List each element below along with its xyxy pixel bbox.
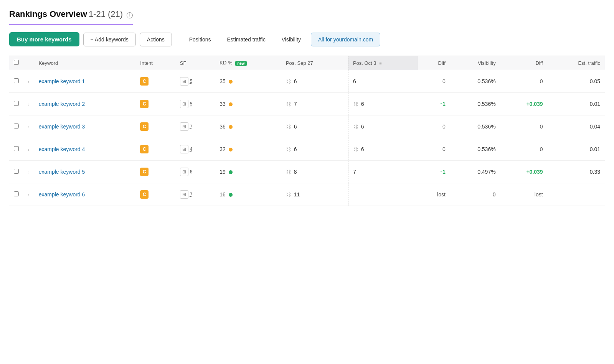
actions-button[interactable]: Actions [140,33,172,46]
intent-badge: C [140,100,149,108]
estimated-traffic-button[interactable]: Estimated traffic [221,33,272,46]
intent-badge: C [140,168,149,176]
col-header-pos-oct3[interactable]: Pos. Oct 3 ≡ [348,56,418,70]
row-expand[interactable]: › [23,161,34,183]
diff1-value: 0 [442,78,446,84]
row-expand[interactable]: › [23,115,34,138]
row-expand[interactable]: › [23,93,34,115]
link-icon: ⛓ [286,147,291,152]
table-row: › example keyword 1 C ⊞ 5 35 ⛓ 6 6 0 0.5… [9,70,605,93]
toolbar: Buy more keywords + Add keywords Actions… [9,32,605,46]
sf-value[interactable]: 7 [190,124,193,129]
row-checkbox-cell[interactable] [9,93,23,115]
kd-dot [229,80,233,84]
row-checkbox[interactable] [14,191,19,196]
intent-cell: C [135,161,175,183]
keyword-link[interactable]: example keyword 1 [39,78,85,84]
kd-dot [229,148,233,152]
visibility-cell: 0.536% [450,93,500,115]
keyword-link[interactable]: example keyword 4 [39,146,85,152]
row-checkbox[interactable] [14,78,19,83]
kd-value: 19 [220,169,226,175]
visibility-cell: 0.536% [450,115,500,138]
select-all-checkbox[interactable] [14,60,19,65]
kd-value: 32 [220,146,226,152]
visibility-button[interactable]: Visibility [276,33,307,46]
sf-value[interactable]: 7 [190,192,193,197]
link-icon: ⛓ [286,101,291,107]
keyword-link[interactable]: example keyword 5 [39,169,85,175]
row-checkbox[interactable] [14,169,19,174]
sf-value[interactable]: 5 [190,101,193,107]
pos-sep27-cell: ⛓ 6 [281,138,348,161]
select-all-header[interactable] [9,56,23,70]
sf-value[interactable]: 6 [190,169,193,175]
pos-oct3-cell: 6 [348,70,418,93]
add-keywords-button[interactable]: + Add keywords [83,33,136,46]
diff2-cell: 0 [500,115,548,138]
row-checkbox-cell[interactable] [9,138,23,161]
col-header-keyword[interactable]: Keyword [34,56,136,70]
sf-icon: ⊞ [180,122,188,131]
visibility-value: 0 [493,191,496,198]
row-checkbox-cell[interactable] [9,161,23,183]
col-header-visibility[interactable]: Visibility [450,56,500,70]
visibility-cell: 0.536% [450,70,500,93]
row-expand[interactable]: › [23,183,34,206]
keyword-cell: example keyword 6 [34,183,136,206]
row-checkbox[interactable] [14,146,19,151]
pos-sep27-cell: ⛓ 6 [281,115,348,138]
expand-icon: › [28,79,30,84]
col-header-diff2[interactable]: Diff [500,56,548,70]
row-expand[interactable]: › [23,138,34,161]
link-icon: ⛓ [353,147,358,152]
keyword-link[interactable]: example keyword 6 [39,191,85,198]
est-traffic-value: 0.33 [590,169,600,175]
sf-cell: ⊞ 6 [175,161,215,183]
link-icon: ⛓ [353,124,358,130]
col-header-est-traffic[interactable]: Est. traffic [548,56,605,70]
diff1-value: ↑1 [440,101,446,107]
table-row: › example keyword 6 C ⊞ 7 16 ⛓ 11 — lost… [9,183,605,206]
info-icon[interactable]: i [127,12,133,18]
intent-cell: C [135,183,175,206]
expand-icon: › [28,193,30,197]
col-header-intent[interactable]: Intent [135,56,175,70]
sort-icon: ≡ [379,61,381,66]
pos-oct3-cell: 7 [348,161,418,183]
buy-keywords-button[interactable]: Buy more keywords [9,32,79,46]
keyword-cell: example keyword 4 [34,138,136,161]
col-header-sf[interactable]: SF [175,56,215,70]
rankings-table: Keyword Intent SF KD % new Pos. Sep 27 [9,56,605,206]
col-header-diff1[interactable]: Diff [418,56,450,70]
col-header-pos-sep27[interactable]: Pos. Sep 27 [281,56,348,70]
row-checkbox-cell[interactable] [9,115,23,138]
row-expand[interactable]: › [23,70,34,93]
diff2-cell: lost [500,183,548,206]
visibility-cell: 0.497% [450,161,500,183]
row-checkbox-cell[interactable] [9,70,23,93]
kd-dot [229,125,233,129]
diff2-value: +0.039 [526,101,543,107]
est-traffic-value: 0.04 [590,124,600,130]
row-checkbox[interactable] [14,101,19,106]
table-row: › example keyword 3 C ⊞ 7 36 ⛓ 6 ⛓ 6 0 0… [9,115,605,138]
domain-filter-button[interactable]: All for yourdomain.com [311,33,380,46]
kd-value: 33 [220,101,226,107]
positions-button[interactable]: Positions [183,33,217,46]
visibility-value: 0.536% [477,101,495,107]
row-checkbox-cell[interactable] [9,183,23,206]
kd-cell: 16 [215,183,281,206]
sf-cell: ⊞ 7 [175,183,215,206]
est-traffic-cell: 0.05 [548,70,605,93]
diff2-cell: +0.039 [500,93,548,115]
sf-value[interactable]: 5 [190,79,193,84]
est-traffic-cell: 0.33 [548,161,605,183]
keyword-link[interactable]: example keyword 2 [39,101,85,107]
row-checkbox[interactable] [14,124,19,128]
col-header-kd[interactable]: KD % new [215,56,281,70]
keyword-link[interactable]: example keyword 3 [39,124,85,130]
table-row: › example keyword 5 C ⊞ 6 19 ⛓ 8 7 ↑1 0.… [9,161,605,183]
sf-value[interactable]: 4 [190,147,193,152]
diff1-value: 0 [442,146,446,152]
